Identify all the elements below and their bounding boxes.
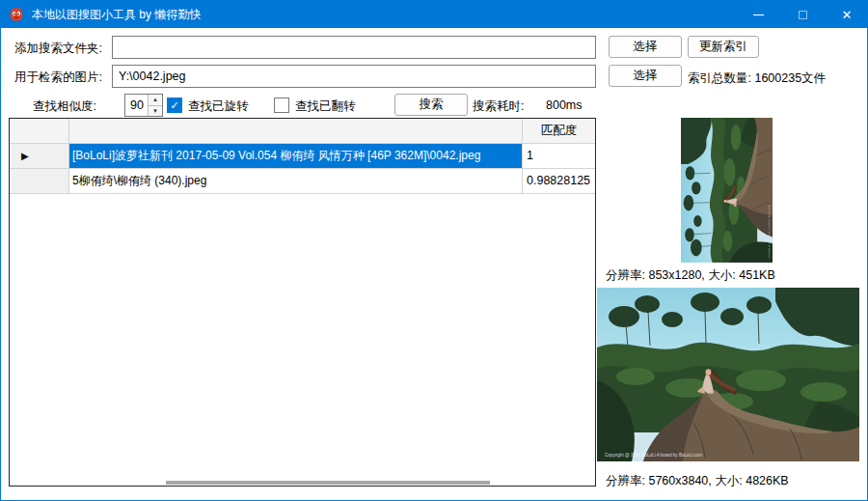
query-image-input[interactable] [112,65,596,88]
similarity-label: 查找相似度: [33,98,96,115]
index-count-label: 索引总数量: 1600235文件 [688,70,826,87]
window-title: 本地以图搜图小工具 by 懒得勤快 [32,1,201,28]
elapsed-value: 800ms [546,98,583,112]
result-preview-top-image [681,118,773,263]
spinner-up-button[interactable]: ▲ [149,95,162,105]
close-icon: ✕ [842,8,853,22]
check-icon: ✓ [170,99,178,111]
result-match-cell[interactable]: 0.98828125 [523,169,595,194]
elapsed-label: 搜索耗时: [473,98,524,115]
result-match-cell[interactable]: 1 [523,144,595,169]
column-header-path[interactable] [69,119,523,144]
table-row[interactable]: 5柳侑绮\柳侑绮 (340).jpeg 0.98828125 [10,169,595,194]
app-icon [9,7,24,22]
query-image-label: 用于检索的图片: [14,70,102,86]
table-header-row: 匹配度 [10,119,595,144]
minimize-icon [753,14,764,15]
results-table: 匹配度 ▶ [BoLoLi]波萝社新刊 2017-05-09 Vol.054 柳… [9,118,596,487]
minimize-button[interactable] [736,1,780,28]
choose-image-button[interactable]: 选择 [609,65,682,87]
maximize-icon [799,11,807,19]
add-folder-label: 添加搜索文件夹: [14,41,102,57]
column-header-match[interactable]: 匹配度 [523,119,595,144]
row-header-cell[interactable] [10,169,69,194]
flipped-checkbox-label: 查找已翻转 [295,98,356,115]
current-row-arrow-icon[interactable]: ▶ [10,144,69,169]
choose-folder-button[interactable]: 选择 [609,36,682,58]
landscape-photo [597,288,859,461]
top-image-caption: 分辨率: 853x1280, 大小: 451KB [606,267,775,284]
bottom-image-caption: 分辨率: 5760x3840, 大小: 4826KB [606,473,789,489]
result-preview-bottom-image [597,288,859,461]
similarity-value[interactable]: 90 [125,95,149,116]
rotated-photo [681,118,773,263]
add-folder-input[interactable] [112,36,596,59]
column-header-rowselector[interactable] [10,119,69,144]
table-row[interactable]: ▶ [BoLoLi]波萝社新刊 2017-05-09 Vol.054 柳侑绮 风… [10,144,595,169]
flipped-checkbox[interactable] [274,97,289,113]
similarity-stepper[interactable]: 90 ▲ ▼ [124,94,163,117]
titlebar[interactable]: 本地以图搜图小工具 by 懒得勤快 ✕ [1,1,868,28]
horizontal-scrollbar-thumb[interactable] [166,481,490,485]
search-button[interactable]: 搜索 [394,94,468,116]
spinner-down-button[interactable]: ▼ [149,105,162,117]
close-button[interactable]: ✕ [825,1,868,28]
maximize-button[interactable] [780,1,825,28]
rotated-checkbox[interactable]: ✓ [167,97,182,113]
rotated-checkbox-label: 查找已旋转 [188,98,249,115]
update-index-button[interactable]: 更新索引 [688,36,759,58]
app-window: 本地以图搜图小工具 by 懒得勤快 ✕ 添加搜索文件夹: 选择 更新索引 用于检… [0,0,868,501]
result-path-cell[interactable]: 5柳侑绮\柳侑绮 (340).jpeg [69,169,523,194]
result-path-cell[interactable]: [BoLoLi]波萝社新刊 2017-05-09 Vol.054 柳侑绮 风情万… [69,144,523,169]
